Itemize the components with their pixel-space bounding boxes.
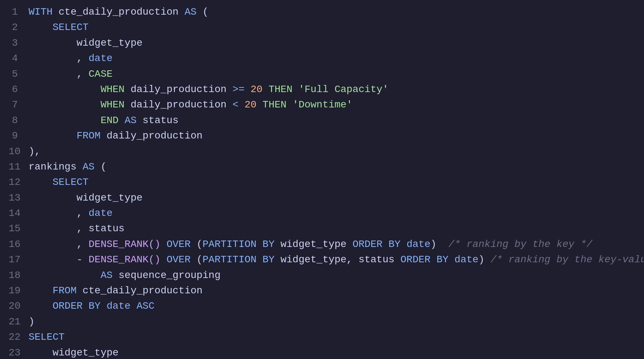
token-plain: cte_daily_production: [52, 6, 185, 17]
token-plain: [29, 99, 101, 110]
token-kw-purple: DENSE_RANK(): [89, 239, 161, 250]
line-number: 5: [9, 66, 18, 82]
token-plain: (: [191, 239, 203, 250]
token-kw-blue: date: [407, 239, 431, 250]
token-str-green: 'Full Capacity': [298, 84, 388, 95]
line-number: 2: [9, 20, 18, 35]
code-editor: 1234567891011121314151617181920212223242…: [0, 0, 644, 359]
code-line: , date: [29, 206, 644, 221]
token-kw-purple: DENSE_RANK(): [89, 254, 161, 265]
token-kw-blue: SELECT: [29, 332, 65, 343]
line-number: 6: [9, 82, 18, 97]
token-kw-blue: FROM: [52, 285, 76, 296]
token-plain: [257, 99, 263, 110]
token-plain: [29, 22, 52, 33]
line-numbers: 1234567891011121314151617181920212223242…: [0, 4, 25, 359]
line-number: 22: [9, 329, 18, 345]
token-plain: [29, 115, 101, 126]
code-line: WHEN daily_production >= 20 THEN 'Full C…: [29, 82, 644, 97]
token-kw-blue: date: [454, 254, 478, 265]
token-comment: /* ranking by the key-value pair*/: [490, 254, 644, 265]
code-line: widget_type: [29, 345, 644, 359]
token-kw-blue: AS: [82, 161, 95, 172]
code-line: , CASE: [29, 66, 644, 82]
code-line: - DENSE_RANK() OVER (PARTITION BY widget…: [29, 252, 644, 267]
token-plain: -: [29, 254, 89, 265]
token-plain: (: [95, 161, 107, 172]
code-line: rankings AS (: [29, 159, 644, 175]
token-plain: daily_production: [125, 99, 232, 110]
code-line: widget_type: [29, 35, 644, 51]
code-line: SELECT: [29, 175, 644, 190]
token-plain: [29, 130, 76, 141]
token-plain: [29, 177, 52, 188]
token-plain: , status: [29, 223, 125, 234]
token-comment: /* ranking by the key */: [448, 239, 592, 250]
token-kw-green: END: [101, 115, 119, 126]
line-number: 11: [9, 159, 18, 175]
token-plain: widget_type: [29, 347, 119, 358]
code-line: , DENSE_RANK() OVER (PARTITION BY widget…: [29, 237, 644, 252]
token-plain: (: [191, 254, 203, 265]
code-line: ORDER BY date ASC: [29, 298, 644, 314]
code-line: ): [29, 314, 644, 329]
line-number: 9: [9, 128, 18, 143]
token-plain: [238, 99, 245, 110]
line-number: 23: [9, 345, 18, 359]
token-kw-orange: 20: [245, 99, 257, 110]
token-kw-blue: ORDER BY: [401, 254, 448, 265]
token-kw-blue: date: [89, 53, 112, 64]
token-kw-blue: AS: [185, 6, 197, 17]
line-number: 19: [9, 283, 18, 298]
token-kw-blue: date: [89, 208, 112, 219]
code-line: SELECT: [29, 20, 644, 35]
token-kw-blue: ASC: [136, 300, 154, 312]
token-plain: [287, 99, 293, 110]
token-kw-blue: SELECT: [52, 22, 89, 33]
token-plain: ): [478, 254, 490, 265]
token-plain: daily_production: [101, 130, 203, 141]
token-plain: [29, 84, 101, 95]
line-number: 17: [9, 252, 18, 267]
token-plain: [29, 300, 52, 312]
line-number: 8: [9, 113, 18, 128]
token-plain: [161, 254, 167, 265]
line-number: 14: [9, 206, 18, 221]
token-kw-green: THEN: [262, 99, 286, 110]
code-line: widget_type: [29, 190, 644, 206]
token-plain: [29, 270, 101, 281]
line-number: 10: [9, 144, 18, 159]
token-kw-orange: 20: [251, 84, 263, 95]
code-content[interactable]: WITH cte_daily_production AS ( SELECT wi…: [25, 4, 644, 359]
line-number: 12: [9, 175, 18, 190]
token-kw-blue: OVER: [166, 239, 190, 250]
token-kw-blue: PARTITION BY: [202, 254, 275, 265]
token-plain: [292, 84, 298, 95]
token-kw-blue: WITH: [29, 6, 52, 17]
code-line: WHEN daily_production < 20 THEN 'Downtim…: [29, 97, 644, 112]
token-kw-blue: >=: [232, 84, 245, 95]
token-kw-blue: ORDER BY: [52, 300, 100, 312]
token-kw-blue: SELECT: [52, 177, 89, 188]
line-number: 16: [9, 237, 18, 252]
code-line: SELECT: [29, 329, 644, 345]
token-plain: ,: [29, 239, 89, 250]
line-number: 7: [9, 97, 18, 112]
code-line: END AS status: [29, 113, 644, 128]
token-plain: status: [136, 115, 178, 126]
code-line: WITH cte_daily_production AS (: [29, 4, 644, 20]
token-kw-green: WHEN: [101, 99, 125, 110]
token-plain: (: [197, 6, 209, 17]
line-number: 18: [9, 268, 18, 283]
token-kw-green: WHEN: [101, 84, 125, 95]
token-kw-blue: AS: [125, 115, 137, 126]
token-plain: [29, 285, 52, 296]
line-number: 13: [9, 190, 18, 206]
token-kw-green: CASE: [89, 69, 112, 80]
code-line: FROM cte_daily_production: [29, 283, 644, 298]
token-plain: ),: [29, 146, 41, 157]
token-kw-green: THEN: [268, 84, 292, 95]
token-plain: cte_daily_production: [76, 285, 202, 296]
line-number: 21: [9, 314, 18, 329]
token-plain: sequence_grouping: [112, 270, 220, 281]
